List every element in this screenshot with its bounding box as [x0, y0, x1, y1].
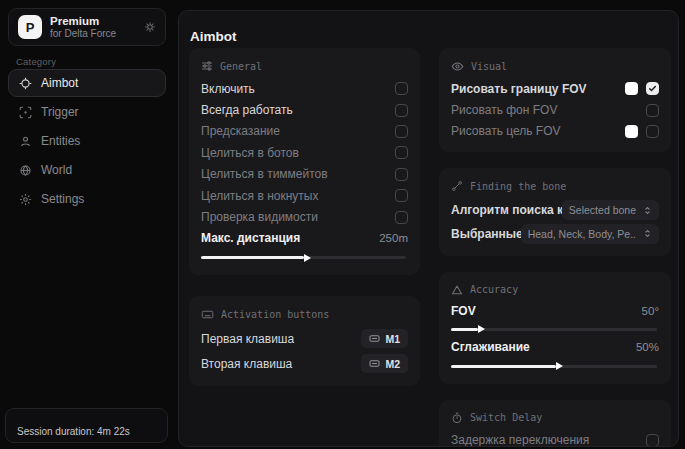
sidebar-item-entities[interactable]: Entities — [8, 127, 166, 155]
option-label: Предсказание — [201, 124, 395, 138]
sliders-icon — [201, 60, 213, 72]
world-icon — [19, 164, 32, 177]
max-distance-slider[interactable] — [201, 256, 406, 259]
option-row-enable: Включить — [201, 78, 408, 99]
aim-knocked-checkbox[interactable] — [395, 189, 408, 202]
crosshair-icon — [19, 77, 32, 90]
session-duration: Session duration: 4m 22s — [5, 408, 168, 443]
always-work-checkbox[interactable] — [395, 104, 408, 117]
section-finding-the-bone: Finding the bone Алгоритм поиска костей … — [439, 168, 671, 256]
slider-thumb[interactable] — [556, 362, 563, 370]
section-visual-header: Visual — [451, 57, 659, 75]
key-binding: M1 — [385, 333, 400, 345]
bone-algorithm-label: Алгоритм поиска костей — [451, 203, 562, 217]
selected-value: Head, Neck, Body, Pe.. — [528, 228, 636, 240]
first-key-button[interactable]: M1 — [361, 329, 408, 348]
gear-icon[interactable] — [144, 21, 156, 33]
visibility-check-checkbox[interactable] — [395, 211, 408, 224]
check-icon — [648, 84, 657, 93]
section-general: General Включить Всегда работать Предска… — [189, 48, 420, 275]
slider-thumb[interactable] — [304, 254, 311, 262]
sidebar-item-label: Trigger — [41, 105, 79, 119]
column-right: Visual Рисовать границу FOV Рисовать фон… — [439, 48, 671, 447]
sidebar-item-label: Entities — [41, 134, 80, 148]
option-label: Целиться в нокнутых — [201, 189, 395, 203]
selected-value: Selected bone — [569, 204, 636, 216]
option-label: Целиться в ботов — [201, 146, 395, 160]
aim-teammates-checkbox[interactable] — [395, 168, 408, 181]
sidebar-item-label: Settings — [41, 192, 84, 206]
fov-value: 50° — [642, 305, 659, 317]
section-title: General — [220, 61, 262, 72]
option-label: Всегда работать — [201, 103, 395, 117]
app-window: P Premium for Delta Force Category Aimbo… — [0, 0, 685, 449]
option-row-prediction: Предсказание — [201, 121, 408, 142]
option-row-always-work: Всегда работать — [201, 99, 408, 120]
fov-target-checkbox[interactable] — [646, 125, 659, 138]
fov-label: FOV — [451, 304, 642, 318]
sidebar-nav: Aimbot Trigger Entities — [8, 69, 166, 213]
max-distance-value: 250m — [379, 232, 408, 244]
max-distance-row: Макс. дистанция 250m — [201, 228, 408, 249]
session-duration-text: Session duration: 4m 22s — [17, 426, 130, 437]
aim-bots-checkbox[interactable] — [395, 146, 408, 159]
option-row-aim-teammates: Целиться в тиммейтов — [201, 164, 408, 185]
chevron-up-down-icon — [643, 229, 652, 238]
bone-selected-select[interactable]: Head, Neck, Body, Pe.. — [521, 224, 659, 244]
section-activation-buttons: Activation buttons Первая клавиша M1 Вто… — [189, 296, 420, 386]
section-title: Switch Delay — [470, 412, 542, 423]
second-key-button[interactable]: M2 — [361, 354, 408, 373]
section-bone-header: Finding the bone — [451, 177, 659, 195]
section-title: Visual — [471, 61, 507, 72]
smoothing-slider[interactable] — [451, 365, 657, 368]
slider-thumb[interactable] — [478, 325, 485, 333]
fov-slider[interactable] — [451, 328, 657, 331]
brand-text: Premium for Delta Force — [50, 15, 116, 40]
sidebar-item-world[interactable]: World — [8, 156, 166, 184]
fov-border-row: Рисовать границу FOV — [451, 78, 659, 99]
switch-delay-enable-row: Задержка переключения — [451, 430, 659, 447]
keyboard-icon — [369, 358, 380, 369]
smoothing-value: 50% — [636, 341, 659, 353]
fov-background-label: Рисовать фон FOV — [451, 103, 646, 117]
option-row-visibility-check: Проверка видимости — [201, 206, 408, 227]
fov-row: FOV 50° — [451, 302, 659, 321]
section-title: Activation buttons — [221, 309, 329, 320]
fov-border-color-swatch[interactable] — [625, 82, 638, 95]
bone-algorithm-select[interactable]: Selected bone — [562, 200, 659, 220]
sidebar-item-settings[interactable]: Settings — [8, 185, 166, 213]
second-key-row: Вторая клавиша M2 — [201, 351, 408, 376]
smoothing-row: Сглаживание 50% — [451, 337, 659, 358]
trigger-icon — [19, 106, 32, 119]
section-visual: Visual Рисовать границу FOV Рисовать фон… — [439, 48, 671, 152]
section-switch-delay: Switch Delay Задержка переключения Задер… — [439, 400, 671, 447]
smoothing-label: Сглаживание — [451, 340, 636, 354]
chevron-up-down-icon — [643, 206, 652, 215]
section-accuracy-header: Accuracy — [451, 281, 659, 299]
keyboard-icon — [369, 333, 380, 344]
fov-border-checkbox[interactable] — [646, 82, 659, 95]
settings-icon — [19, 193, 32, 206]
section-general-header: General — [201, 57, 408, 75]
brand-name: Premium — [50, 15, 116, 28]
option-label: Включить — [201, 82, 395, 96]
triangle-icon — [451, 284, 463, 296]
fov-border-label: Рисовать границу FOV — [451, 82, 625, 96]
sidebar-item-aimbot[interactable]: Aimbot — [8, 69, 166, 97]
option-label: Целиться в тиммейтов — [201, 167, 395, 181]
section-activation-header: Activation buttons — [201, 305, 408, 323]
sidebar-item-trigger[interactable]: Trigger — [8, 98, 166, 126]
fov-target-row: Рисовать цель FOV — [451, 121, 659, 142]
brand-card: P Premium for Delta Force — [8, 8, 166, 46]
bone-selected-row: Выбранные кости Head, Neck, Body, Pe.. — [451, 222, 659, 246]
section-switch-delay-header: Switch Delay — [451, 409, 659, 427]
sidebar-item-label: World — [41, 163, 72, 177]
bone-icon — [451, 180, 463, 192]
enable-checkbox[interactable] — [395, 82, 408, 95]
first-key-row: Первая клавиша M1 — [201, 326, 408, 351]
fov-target-color-swatch[interactable] — [625, 125, 638, 138]
option-row-aim-bots: Целиться в ботов — [201, 142, 408, 163]
prediction-checkbox[interactable] — [395, 125, 408, 138]
switch-delay-checkbox[interactable] — [646, 434, 659, 447]
fov-background-checkbox[interactable] — [646, 104, 659, 117]
